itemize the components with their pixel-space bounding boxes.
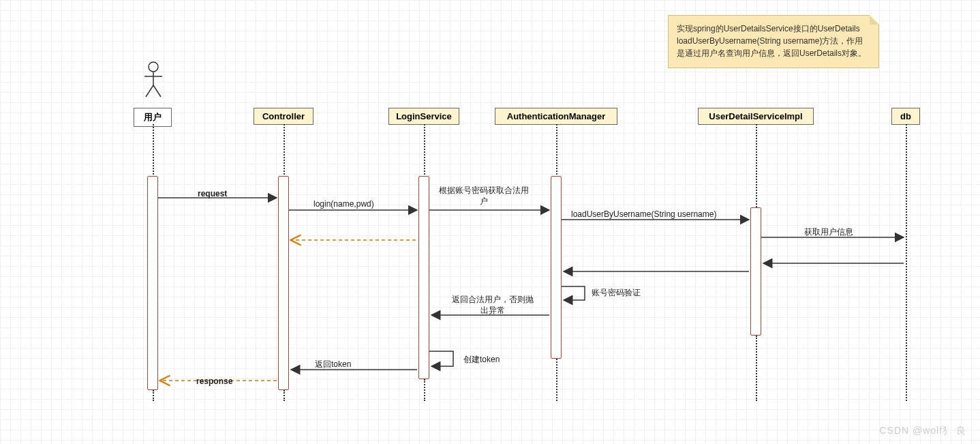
activation-user (147, 176, 158, 390)
msg-load-user: loadUserByUsername(String username) (571, 209, 716, 219)
actor-icon (143, 61, 164, 99)
svg-line-3 (146, 85, 153, 97)
activation-controller (278, 176, 289, 390)
lifeline-uds (756, 124, 757, 207)
msg-verify: 账号密码验证 (592, 287, 641, 299)
svg-line-4 (153, 85, 161, 97)
lifeline-login (424, 124, 425, 177)
participant-db: db (891, 108, 920, 125)
lifeline-login-2 (424, 379, 425, 401)
msg-login: login(name,pwd) (313, 199, 374, 209)
participant-controller: Controller (254, 108, 313, 125)
msg-request: request (198, 189, 227, 198)
activation-uds (750, 207, 761, 336)
activation-auth (551, 176, 562, 359)
msg-return-token: 返回token (315, 359, 351, 370)
lifeline-controller (284, 124, 285, 177)
participant-user-detail-service: UserDetailServiceImpl (698, 108, 814, 125)
lifeline-auth-2 (556, 359, 557, 401)
lifeline-user (153, 124, 154, 177)
watermark: CSDN @wolf犭 良 (879, 425, 966, 437)
note-box: 实现spring的UserDetailsService接口的UserDetail… (668, 15, 879, 68)
participant-login-service: LoginService (388, 108, 459, 125)
msg-create-token: 创建token (463, 354, 500, 366)
msg-response: response (196, 376, 232, 386)
lifeline-db (906, 124, 907, 401)
svg-point-0 (149, 62, 158, 72)
note-text: 实现spring的UserDetailsService接口的UserDetail… (677, 24, 866, 58)
lifeline-user-2 (153, 390, 154, 401)
msg-get-user-info: 获取用户信息 (804, 226, 853, 238)
msg-return-legal: 返回合法用户，否则抛出异常 (448, 295, 537, 316)
msg-get-legal-user: 根据账号密码获取合法用户 (436, 186, 532, 207)
lifeline-controller-2 (284, 390, 285, 401)
lifeline-auth (556, 124, 557, 177)
participant-auth-manager: AuthenticationManager (495, 108, 617, 125)
lifeline-uds-2 (756, 336, 757, 401)
activation-login (418, 176, 429, 379)
